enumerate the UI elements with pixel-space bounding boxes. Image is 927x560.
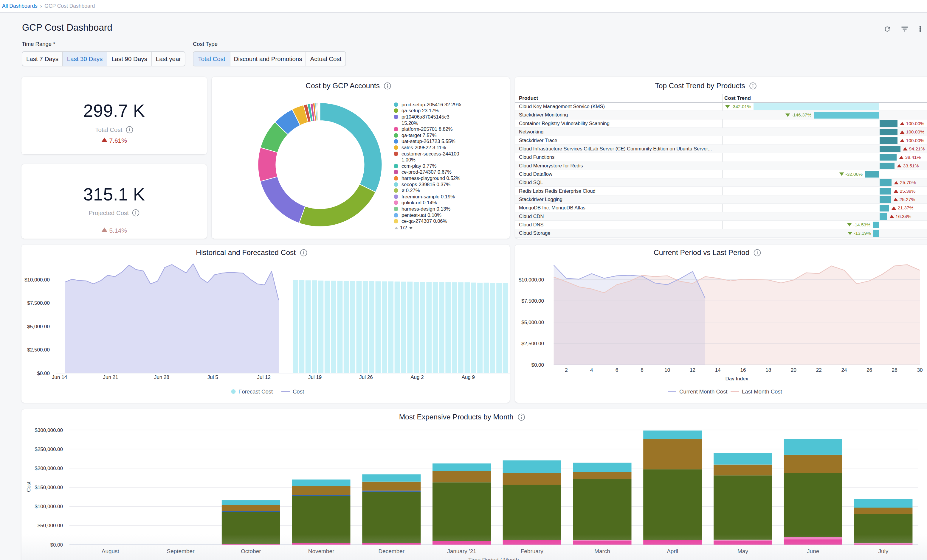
svg-text:$0.00: $0.00	[531, 362, 544, 368]
svg-text:2: 2	[565, 367, 568, 373]
svg-text:4: 4	[590, 367, 593, 373]
svg-text:$7,500.00: $7,500.00	[521, 298, 544, 304]
svg-text:Jul 26: Jul 26	[359, 375, 372, 380]
svg-text:24: 24	[841, 367, 847, 373]
svg-text:Jun 14: Jun 14	[52, 375, 67, 380]
svg-text:$200,000.00: $200,000.00	[35, 466, 63, 471]
svg-text:$5,000.00: $5,000.00	[521, 320, 544, 325]
svg-text:14: 14	[715, 367, 721, 373]
svg-text:30: 30	[917, 367, 923, 373]
svg-text:10: 10	[664, 367, 670, 373]
svg-text:Jul 5: Jul 5	[207, 375, 218, 380]
svg-text:$100,000.00: $100,000.00	[35, 504, 63, 509]
svg-text:Current Month Cost: Current Month Cost	[679, 389, 727, 395]
svg-text:$7,500.00: $7,500.00	[27, 300, 50, 306]
svg-text:$150,000.00: $150,000.00	[35, 485, 63, 490]
svg-text:Jun 28: Jun 28	[154, 375, 169, 380]
svg-text:22: 22	[816, 367, 822, 373]
svg-text:28: 28	[892, 367, 898, 373]
svg-text:20: 20	[791, 367, 796, 373]
svg-text:$0.00: $0.00	[37, 370, 50, 376]
svg-text:Day Index: Day Index	[725, 376, 748, 382]
svg-text:$250,000.00: $250,000.00	[35, 446, 63, 452]
svg-text:18: 18	[766, 367, 771, 373]
svg-text:$10,000.00: $10,000.00	[24, 277, 50, 283]
svg-text:Jul 12: Jul 12	[257, 375, 271, 380]
svg-text:16: 16	[740, 367, 746, 373]
svg-text:$2,500.00: $2,500.00	[27, 347, 50, 353]
svg-text:12: 12	[690, 367, 695, 373]
svg-text:Last Month Cost: Last Month Cost	[742, 389, 782, 395]
svg-text:$2,500.00: $2,500.00	[521, 341, 544, 346]
svg-text:8: 8	[641, 367, 643, 373]
svg-text:$300,000.00: $300,000.00	[35, 428, 63, 433]
svg-text:Jun 21: Jun 21	[103, 375, 118, 380]
svg-text:Jul 19: Jul 19	[308, 375, 322, 380]
svg-text:Aug 9: Aug 9	[462, 375, 475, 380]
svg-text:Aug 2: Aug 2	[410, 375, 424, 380]
svg-text:26: 26	[866, 367, 872, 373]
svg-text:6: 6	[615, 367, 618, 373]
svg-text:$10,000.00: $10,000.00	[519, 277, 544, 283]
svg-text:Cost: Cost	[293, 389, 304, 395]
svg-text:$50,000.00: $50,000.00	[38, 523, 63, 528]
svg-text:Forecast Cost: Forecast Cost	[239, 389, 273, 395]
svg-text:$5,000.00: $5,000.00	[27, 324, 50, 329]
svg-text:Cost: Cost	[26, 481, 32, 492]
